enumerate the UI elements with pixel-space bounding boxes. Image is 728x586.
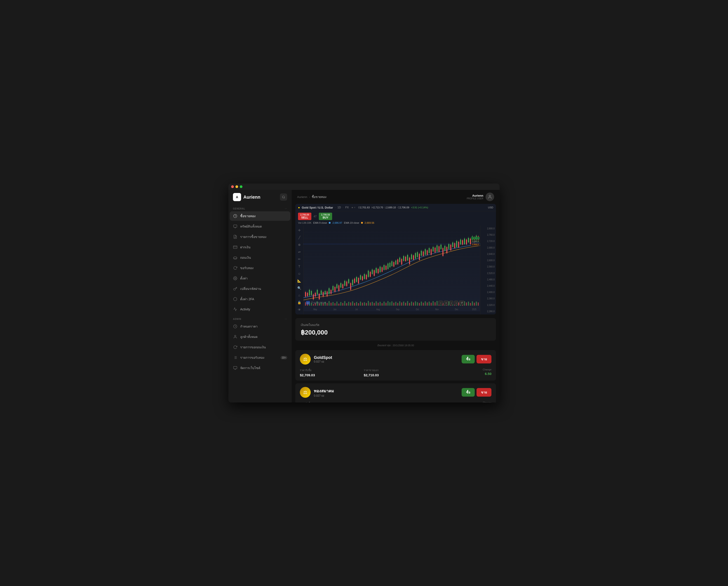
scroll-right-button[interactable]: › <box>454 301 458 305</box>
svg-rect-275 <box>425 301 426 305</box>
sidebar-item-withdraw[interactable]: ถอนเงิน <box>230 253 290 262</box>
cursor-tool[interactable]: ✛ <box>297 227 302 233</box>
sidebar-item-2fa[interactable]: ตั้งค่า 2FA <box>230 294 290 304</box>
sidebar-item-settings[interactable]: ตั้งค่า <box>230 273 290 283</box>
tradingview-watermark: tv TradingView <box>306 301 326 304</box>
sidebar-item-buy-sell-gold[interactable]: ซื้อขายทอง <box>230 211 290 221</box>
lock-tool[interactable]: 🔒 <box>297 299 302 305</box>
svg-rect-256 <box>387 301 388 305</box>
eye-tool[interactable]: 👁 <box>297 307 302 313</box>
product-header-goldspot: ⚖ GoldSpot 0.027 oz ซื้อ ขาย <box>300 354 492 365</box>
sell-buy-row: 2,706.09 SELL 47 2,706.56 BUY <box>295 211 496 220</box>
topbar-username: Aurienn <box>467 194 483 197</box>
svg-rect-247 <box>370 302 371 305</box>
sidebar-item-receive-gold[interactable]: ขอรับทอง <box>230 263 290 273</box>
svg-rect-259 <box>393 303 394 305</box>
svg-rect-279 <box>433 301 434 305</box>
sidebar-item-change-password[interactable]: เปลี่ยนรหัสผ่าน <box>230 284 290 293</box>
svg-rect-258 <box>391 301 392 305</box>
ema1-value: 2,686.97 <box>332 221 342 224</box>
svg-rect-245 <box>366 303 367 305</box>
sidebar-item-set-price[interactable]: กำหนดราคา <box>230 322 290 331</box>
svg-rect-301 <box>476 301 477 305</box>
change-stat-goldspot: Change 6.50 <box>427 368 492 377</box>
product-info-goldspot: GoldSpot 0.027 oz <box>314 355 332 363</box>
zoom-in-button[interactable]: + <box>444 301 448 305</box>
sell-price-stat-community-gold: ราคาขายออก 43,950 บาท <box>364 401 428 402</box>
main-content: Aurienn › ซื้อขายทอง Aurienn PROFILE USE… <box>292 184 500 402</box>
sidebar-item-withdraw-requests[interactable]: รายการขอถอนเงิน <box>230 342 290 352</box>
buy-community-gold-button[interactable]: ซื้อ <box>461 388 475 397</box>
svg-rect-241 <box>358 303 359 305</box>
chart-market: FX <box>345 206 349 209</box>
sidebar-item-all-assets[interactable]: ทรัพย์สินทั้งหมด <box>230 222 290 231</box>
sidebar-item-website-management[interactable]: จัดการเว็บไซต์ <box>230 363 290 373</box>
all-customers-icon <box>233 335 237 339</box>
close-dot[interactable] <box>231 185 234 188</box>
product-amount-goldspot: 0.027 oz <box>314 360 332 363</box>
sidebar-item-gold-receive-list[interactable]: รายการขอรับทอง 10+ <box>230 353 290 362</box>
minimize-dot[interactable] <box>235 185 238 188</box>
pen-tool[interactable]: ✏ <box>297 256 302 262</box>
magnet-tool[interactable]: ⌂ <box>297 292 302 298</box>
sidebar-item-transaction-history[interactable]: รายการซื้อขายทอง <box>230 232 290 242</box>
pencil-tool[interactable]: ╱ <box>297 235 302 240</box>
reset-button[interactable]: ↺ <box>459 301 464 305</box>
chart-area: May Jun Jul Aug Sep Oct Nov Dec 2025 <box>303 225 480 311</box>
svg-rect-250 <box>376 301 377 305</box>
breadcrumb-root: Aurienn <box>297 195 307 198</box>
crosshair-tool[interactable]: ⊕ <box>297 242 302 248</box>
sidebar: A Aurienn GENERAL ⋯ ซื้อขายทอง <box>228 184 292 402</box>
buy-sell-gold-icon <box>233 214 237 218</box>
svg-rect-248 <box>372 302 373 305</box>
ruler-tool[interactable]: ⇌ <box>297 249 302 255</box>
search-button[interactable] <box>280 193 287 201</box>
scroll-left-button[interactable]: ‹ <box>449 301 453 305</box>
gold-receive-badge: 10+ <box>281 356 287 359</box>
svg-rect-240 <box>356 302 357 305</box>
content-area: ● Gold Spot / U.S. Dollar · 1D · FX ● = … <box>292 204 500 402</box>
breadcrumb-current: ซื้อขายทอง <box>312 194 326 199</box>
svg-rect-235 <box>346 303 347 305</box>
receive-gold-icon <box>233 266 237 270</box>
chart-body: ✛ ╱ ⊕ ⇌ ✏ T ☺ 📐 🔍 ⌂ 🔒 👁 <box>295 225 496 315</box>
ema1-label: EMA 9 close <box>313 221 327 224</box>
svg-rect-267 <box>409 303 410 305</box>
svg-rect-271 <box>417 302 418 305</box>
settings-icon <box>233 276 237 281</box>
svg-point-0 <box>282 196 284 198</box>
text-tool[interactable]: T <box>297 263 302 269</box>
sidebar-general-label: GENERAL ⋯ <box>233 208 287 210</box>
zoom-tool[interactable]: 🔍 <box>297 285 302 291</box>
vol-label: Vol 139.33K <box>298 221 311 224</box>
website-management-icon <box>233 366 237 370</box>
emoji-tool[interactable]: ☺ <box>297 271 302 276</box>
zoom-out-button[interactable]: − <box>438 301 443 305</box>
sell-community-gold-button[interactable]: ขาย <box>477 388 492 397</box>
price-tag-2: 2,686.9 <box>471 240 480 243</box>
measure-tool[interactable]: 📐 <box>297 278 302 284</box>
chart-sell-button[interactable]: 2,706.09 SELL <box>298 213 311 220</box>
all-assets-icon <box>233 224 237 229</box>
product-name-community-gold: ทองสมาคม <box>314 388 334 394</box>
maximize-dot[interactable] <box>240 185 243 188</box>
svg-point-11 <box>235 278 236 279</box>
svg-rect-273 <box>421 301 422 305</box>
svg-rect-272 <box>419 303 420 305</box>
ema2-label: EMA 19 close <box>344 221 359 224</box>
svg-rect-296 <box>466 302 467 305</box>
sidebar-item-all-customers[interactable]: ลูกค้าทั้งหมด <box>230 332 290 342</box>
svg-rect-226 <box>328 301 329 305</box>
svg-rect-276 <box>427 302 428 305</box>
chart-buy-button[interactable]: 2,706.56 BUY <box>319 213 332 220</box>
svg-rect-233 <box>342 303 343 305</box>
svg-rect-232 <box>340 302 341 305</box>
sell-goldspot-button[interactable]: ขาย <box>477 355 492 364</box>
svg-rect-278 <box>431 303 431 305</box>
sidebar-item-activity[interactable]: Activity <box>230 305 290 314</box>
svg-rect-277 <box>429 301 429 305</box>
buy-goldspot-button[interactable]: ซื้อ <box>461 355 475 364</box>
chart-tools: ✛ ╱ ⊕ ⇌ ✏ T ☺ 📐 🔍 ⌂ 🔒 👁 <box>295 225 303 315</box>
sidebar-item-deposit[interactable]: ฝากเงิน <box>230 242 290 252</box>
svg-rect-264 <box>403 301 404 305</box>
